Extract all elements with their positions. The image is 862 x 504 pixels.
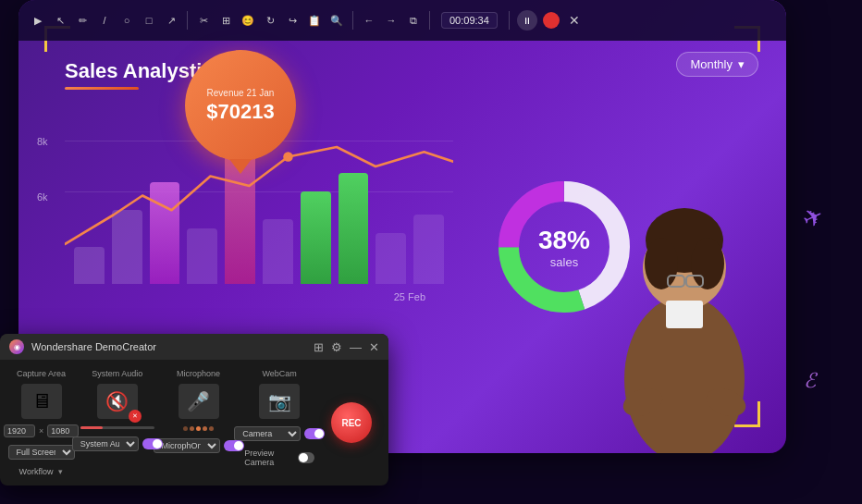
toolbar-redo-icon[interactable]: → [383,12,400,29]
toolbar-emoji-icon[interactable]: 😊 [240,12,256,29]
monthly-label: Monthly [690,57,733,71]
y-axis-8k: 8k [37,136,48,147]
capture-section: Capture Area 🖥 × Full Screen Workflow ▾ [11,369,71,476]
mic-device-select[interactable]: MicrophOn... [154,438,220,453]
toolbar-cut-icon[interactable]: ✂ [195,12,212,29]
toolbar-copy-icon[interactable]: ⧉ [405,12,422,29]
workflow-label: Workflow [19,467,54,476]
toolbar-sep-2 [352,11,353,30]
person-illustration [592,157,777,453]
toolbar-sep-1 [187,11,188,30]
webcam-section: WebCam 📷 Camera Preview Camera [244,369,314,476]
mic-dot-5 [209,426,214,431]
mic-toggle[interactable] [224,440,244,451]
screen-mode-select[interactable]: Full Screen [8,445,75,460]
dropdown-chevron-icon: ▾ [738,57,745,71]
mic-dot-1 [183,426,188,431]
audio-label: System Audio [92,369,142,378]
democreator-titlebar: ◉ Wondershare DemoCreator ⊞ ⚙ — ✕ [0,334,388,360]
paper-plane-icon: ✈ [797,201,828,235]
donut-sub-label: sales [538,255,590,269]
minimize-button[interactable]: — [350,340,362,354]
toolbar-grid-icon[interactable]: ⊞ [217,12,234,29]
mic-section: Microphone 🎤 MicrophOn... [164,369,234,476]
restore-button[interactable]: ⊞ [314,340,324,354]
toolbar-circle-icon[interactable]: ○ [118,12,135,29]
webcam-icon: 📷 [259,384,300,419]
toolbar-zoom-icon[interactable]: 🔍 [328,12,345,29]
democreator-title: Wondershare DemoCreator [31,341,306,352]
toolbar-sep-3 [429,11,430,30]
toolbar-pen-icon[interactable]: ✏ [74,12,91,29]
audio-device-select[interactable]: System Au... [72,436,139,451]
svg-point-8 [645,238,678,289]
toolbar-rec-indicator [543,12,560,29]
toolbar-undo-icon[interactable]: ← [361,12,377,29]
width-input[interactable] [4,424,35,437]
toolbar-sep-4 [509,11,510,30]
toolbar: ▶ ↖ ✏ / ○ □ ↗ ✂ ⊞ 😊 ↻ ↪ 📋 🔍 ← → ⧉ 00:09:… [18,0,786,41]
webcam-label: WebCam [263,369,297,378]
toolbar-cursor-icon[interactable]: ↖ [52,12,68,29]
title-underline [65,87,139,90]
height-input[interactable] [47,424,79,437]
mic-level-indicator [183,426,214,431]
toolbar-forward-icon[interactable]: ↪ [284,12,301,29]
revenue-label: Revenue 21 Jan [207,88,275,98]
democreator-panel: ◉ Wondershare DemoCreator ⊞ ⚙ — ✕ Captur… [0,334,388,486]
svg-rect-10 [666,301,703,328]
mic-select-row: MicrophOn... [154,438,244,453]
svg-point-9 [691,238,724,289]
audio-section: System Audio 🔇 ✕ System Au... [82,369,153,476]
rec-wrapper: REC [326,369,377,476]
bar-1 [74,247,105,284]
capture-label: Capture Area [17,369,66,378]
audio-volume-bar [80,426,154,429]
toolbar-play-icon[interactable]: ▶ [30,12,46,29]
toolbar-close-button[interactable]: ✕ [569,13,580,28]
democreator-body: Capture Area 🖥 × Full Screen Workflow ▾ [0,360,388,486]
camera-toggle[interactable] [304,428,325,439]
bar-7 [301,191,331,284]
bar-10 [413,215,444,284]
toolbar-line-icon[interactable]: / [96,12,113,29]
camera-device-select[interactable]: Camera [234,426,301,441]
toolbar-rect-icon[interactable]: □ [141,12,157,29]
toolbar-timer: 00:09:34 [441,12,498,29]
donut-percent: 38% [538,226,590,255]
x-axis-feb: 25 Feb [394,291,425,302]
audio-select-row: System Au... [72,436,163,451]
toolbar-rotate-icon[interactable]: ↻ [262,12,278,29]
camera-select-row: Camera [234,426,325,441]
settings-button[interactable]: ⚙ [331,340,342,354]
revenue-bubble: Revenue 21 Jan $70213 [185,50,296,161]
bar-8 [339,173,369,284]
toolbar-pause-button[interactable]: ⏸ [517,10,537,31]
monthly-dropdown[interactable]: Monthly ▾ [676,52,758,77]
resolution-inputs: × [4,424,79,437]
right-panel: Monthly ▾ 38% [472,41,786,453]
mic-dot-3 [196,426,201,431]
titlebar-buttons: ⊞ ⚙ — ✕ [314,340,379,354]
workflow-row: Workflow ▾ [19,467,64,476]
audio-volume-fill [80,426,103,429]
preview-label: Preview Camera [244,449,294,467]
mic-icon: 🎤 [179,384,219,419]
resolution-x: × [39,426,43,436]
capture-device-icon[interactable]: 🖥 [21,384,62,419]
toolbar-clipboard-icon[interactable]: 📋 [306,12,323,29]
mic-dot-4 [203,426,207,431]
toolbar-arrow-icon[interactable]: ↗ [163,12,179,29]
donut-center: 38% sales [538,226,590,269]
bar-6 [263,219,293,284]
rec-button[interactable]: REC [331,402,372,443]
revenue-amount: $70213 [206,100,274,124]
preview-row: Preview Camera [244,449,314,467]
preview-toggle[interactable] [298,452,314,463]
bar-5 [225,154,255,284]
bar-3 [150,182,180,284]
mic-dot-2 [190,426,194,431]
bar-2 [112,210,142,284]
close-button[interactable]: ✕ [369,340,379,354]
audio-toggle[interactable] [142,438,163,449]
